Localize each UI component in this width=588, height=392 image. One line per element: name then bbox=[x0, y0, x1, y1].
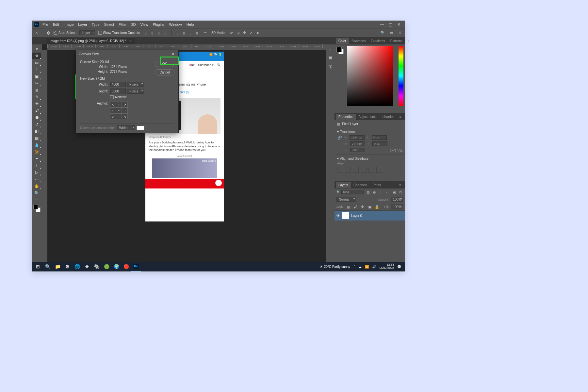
lock-paint-icon[interactable]: 🖌 bbox=[353, 204, 358, 209]
tab-channels[interactable]: Channels bbox=[351, 182, 370, 188]
fill-field[interactable]: 100% bbox=[391, 204, 403, 209]
align-left-icon[interactable]: ▯ bbox=[143, 30, 148, 36]
layer-row[interactable]: 👁 Layer 0 bbox=[335, 211, 405, 220]
evernote-icon[interactable]: 🐘 bbox=[92, 262, 102, 271]
align-right-icon[interactable] bbox=[353, 167, 359, 173]
tab-adjustments[interactable]: Adjustments bbox=[356, 114, 379, 120]
pen-tool[interactable]: ✒ bbox=[32, 155, 41, 162]
filter-type-icon[interactable]: T bbox=[378, 189, 384, 195]
lock-artboard-icon[interactable]: ▣ bbox=[367, 204, 372, 209]
align-right-icon[interactable]: ▯ bbox=[156, 30, 161, 36]
type-tool[interactable]: T bbox=[32, 162, 41, 169]
dist-more-icon[interactable]: ▯ bbox=[194, 30, 200, 36]
menu-filter[interactable]: Filter bbox=[116, 21, 129, 28]
clock[interactable]: 12:33 15/07/2022 bbox=[379, 263, 394, 270]
workspace-icon[interactable]: ▭ bbox=[389, 30, 394, 36]
more-icon[interactable]: ⋯ bbox=[337, 174, 402, 180]
minimize-icon[interactable]: — bbox=[380, 22, 384, 27]
3d-orbit-icon[interactable]: ⟳ bbox=[229, 30, 234, 36]
more-options-icon[interactable]: ⋯ bbox=[203, 30, 208, 36]
home-icon[interactable]: ⌂ bbox=[34, 30, 40, 36]
align-dist-icon[interactable]: ▯ bbox=[163, 30, 168, 36]
marquee-tool[interactable]: ▭ bbox=[32, 59, 41, 66]
onedrive-icon[interactable]: ☁ bbox=[358, 265, 362, 269]
photoshop-taskbar-icon[interactable]: Ps bbox=[131, 262, 141, 271]
tab-layers[interactable]: Layers bbox=[336, 182, 351, 188]
healing-tool[interactable]: ✚ bbox=[32, 101, 41, 107]
dialog-close-icon[interactable]: ✕ bbox=[171, 52, 176, 56]
object-select-tool[interactable]: ▣ bbox=[32, 73, 41, 80]
new-height-input[interactable] bbox=[110, 89, 126, 94]
hue-slider[interactable] bbox=[399, 46, 403, 106]
link-icon[interactable]: 🔗 bbox=[337, 135, 342, 140]
color-swatch[interactable] bbox=[336, 47, 344, 54]
share-icon[interactable]: ⇪ bbox=[397, 30, 402, 36]
layer-filter-kind[interactable] bbox=[341, 190, 364, 194]
notifications-icon[interactable]: 💬 bbox=[397, 265, 401, 269]
chrome-icon[interactable]: 🌐 bbox=[72, 262, 82, 271]
anchor-grid[interactable]: ↖↑↗ ←•→ ↙↓↘ bbox=[110, 102, 128, 119]
app-icon[interactable]: 🔴 bbox=[121, 262, 131, 271]
weather-widget[interactable]: ☀20°C Partly sunny bbox=[320, 265, 350, 269]
hand-tool[interactable]: ✋ bbox=[32, 183, 41, 189]
menu-type[interactable]: Type bbox=[90, 21, 102, 28]
history-brush-tool[interactable]: ↺ bbox=[32, 121, 41, 128]
foreground-background-colors[interactable] bbox=[33, 205, 41, 212]
tab-patterns[interactable]: Patterns bbox=[388, 38, 405, 44]
lasso-tool[interactable]: ⌇ bbox=[32, 66, 41, 73]
menu-file[interactable]: File bbox=[40, 21, 51, 28]
filter-shape-icon[interactable]: ▭ bbox=[385, 189, 390, 195]
new-height-unit-dropdown[interactable]: Pixels bbox=[127, 89, 144, 94]
cancel-button[interactable]: Cancel bbox=[155, 69, 174, 75]
collapse-icon[interactable]: « bbox=[32, 46, 41, 52]
menu-3d[interactable]: 3D bbox=[129, 21, 138, 28]
tab-libraries[interactable]: Libraries bbox=[379, 114, 397, 120]
crop-tool[interactable]: ✂ bbox=[32, 80, 41, 87]
dist-bottom-icon[interactable]: ▯ bbox=[188, 30, 193, 36]
close-icon[interactable]: ✕ bbox=[397, 22, 401, 27]
align-bottom-icon[interactable] bbox=[376, 167, 382, 173]
3d-zoom-icon[interactable]: ■ bbox=[255, 30, 260, 36]
menu-view[interactable]: View bbox=[138, 21, 151, 28]
lock-all-icon[interactable]: 🔒 bbox=[374, 204, 380, 209]
blur-tool[interactable]: 💧 bbox=[32, 142, 41, 148]
edit-toolbar-icon[interactable]: ⋯ bbox=[32, 197, 41, 203]
tab-properties[interactable]: Properties bbox=[336, 114, 356, 120]
shape-tool[interactable]: ▭ bbox=[32, 176, 41, 183]
menu-edit[interactable]: Edit bbox=[51, 21, 61, 28]
tab-color[interactable]: Color bbox=[336, 38, 349, 44]
path-select-tool[interactable]: ▷ bbox=[32, 169, 41, 176]
browser-icon[interactable]: 🌍 bbox=[111, 262, 121, 271]
panel-menu-icon[interactable]: ≡ bbox=[397, 114, 404, 120]
ext-color-swatch[interactable] bbox=[137, 126, 144, 130]
lock-position-icon[interactable]: ✥ bbox=[360, 204, 365, 209]
x-field[interactable]: 0 px bbox=[372, 135, 387, 140]
show-transform-checkbox[interactable] bbox=[98, 31, 102, 35]
start-button[interactable]: ⊞ bbox=[33, 262, 43, 271]
menu-plugins[interactable]: Plugins bbox=[150, 21, 167, 28]
color-field[interactable] bbox=[347, 46, 393, 106]
eraser-tool[interactable]: ◧ bbox=[32, 128, 41, 135]
tray-chevron-icon[interactable]: ˄ bbox=[353, 265, 355, 269]
lock-pixels-icon[interactable]: ▦ bbox=[346, 204, 351, 209]
dist-vcenter-icon[interactable]: ▯ bbox=[181, 30, 187, 36]
history-panel-icon[interactable]: ▦ bbox=[328, 55, 333, 60]
auto-select-dropdown[interactable]: Layer bbox=[79, 30, 95, 35]
search-icon[interactable]: 🔍 bbox=[380, 30, 385, 36]
file-explorer-icon[interactable]: 📁 bbox=[53, 262, 62, 271]
menu-image[interactable]: Image bbox=[61, 21, 76, 28]
width-field[interactable]: 1284 px bbox=[350, 135, 365, 140]
ext-color-dropdown[interactable]: White bbox=[117, 125, 135, 130]
move-tool[interactable]: ✥ bbox=[32, 53, 41, 59]
new-width-unit-dropdown[interactable]: Pixels bbox=[127, 82, 144, 87]
visibility-icon[interactable]: 👁 bbox=[336, 214, 340, 218]
tab-swatches[interactable]: Swatches bbox=[349, 38, 368, 44]
y-field[interactable]: 0 px bbox=[372, 141, 387, 146]
menu-select[interactable]: Select bbox=[102, 21, 117, 28]
height-field[interactable]: 2778 px bbox=[350, 141, 365, 146]
foreground-color[interactable] bbox=[33, 205, 38, 209]
flip-v-icon[interactable]: ▽△ bbox=[397, 147, 402, 153]
3d-pan-icon[interactable]: ✥ bbox=[242, 30, 247, 36]
align-vcenter-icon[interactable] bbox=[368, 167, 374, 173]
align-center-icon[interactable]: ▯ bbox=[150, 30, 155, 36]
